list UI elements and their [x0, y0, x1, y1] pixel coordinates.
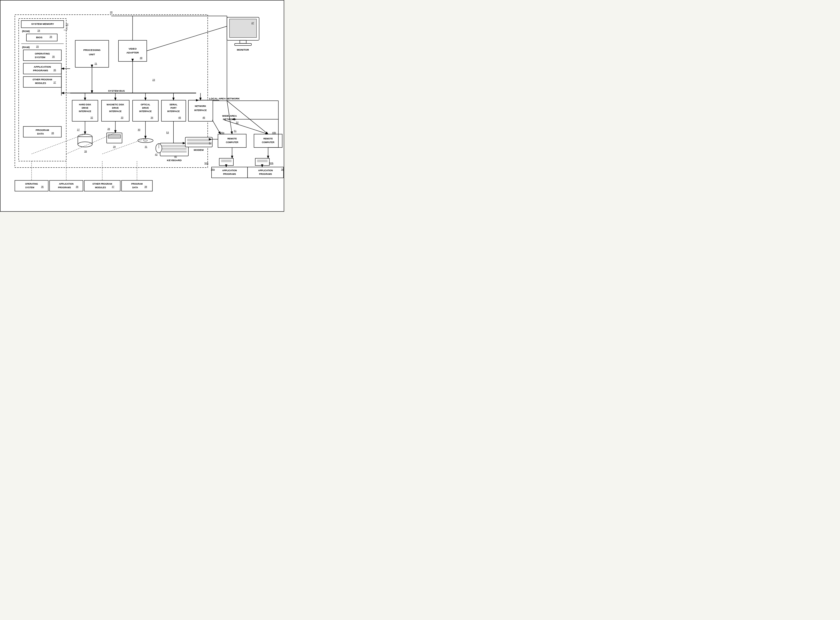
os-box — [23, 50, 61, 61]
md-label1: MAGNETIC DISK — [107, 103, 124, 106]
monitor-base — [235, 44, 252, 45]
rc-b-label1: REMOTE — [264, 137, 273, 140]
keyboard-label: KEYBOARD — [167, 159, 182, 162]
diagram-container: 20 SYSTEM MEMORY (ROM) 24 BIOS 26 (RAM) … — [0, 0, 284, 212]
bus-ref: 23 — [152, 78, 155, 81]
pd-bottom-box — [121, 181, 152, 191]
app-a-ref: 36a — [211, 168, 215, 171]
hd-label2: DRIVE — [81, 107, 88, 109]
pd-label-line1: PROGRAM — [36, 129, 49, 131]
hd-icon-ref: 39 — [84, 150, 87, 153]
pd-bottom-label1: PROGRAM — [131, 182, 143, 185]
opm-label-line1: OTHER PROGRAM — [33, 78, 52, 81]
modem-detail1 — [187, 138, 211, 141]
ap-bottom-label1: APPLICATION — [59, 182, 74, 185]
opm-label-line2: MODULES — [35, 82, 46, 84]
wan-ref: 52 — [236, 121, 238, 124]
ref-20: 20 — [110, 11, 113, 14]
app-b-ref: 36b — [281, 168, 284, 171]
pd-bottom-label2: DATA — [132, 186, 138, 189]
monitor-label: MONITOR — [237, 48, 249, 51]
kb-row1 — [162, 145, 187, 147]
od-ref: 34 — [151, 116, 153, 119]
pd-box — [23, 126, 61, 137]
va-label-line1: VIDEO — [129, 47, 137, 50]
opm-bottom-ref: 37 — [112, 185, 115, 188]
ap-label-line1: APPLICATION — [34, 65, 51, 68]
hd-label1: HARD DISK — [79, 103, 92, 106]
pu-ref: 21 — [95, 62, 97, 65]
ap-bottom-label2: PROGRAMS — [58, 186, 71, 189]
lan-label: LOCAL AREA NETWORK — [209, 97, 240, 100]
ap-label-line2: PROGRAMS — [33, 69, 48, 72]
bios-ref: 26 — [50, 35, 52, 38]
os-ref: 35 — [52, 55, 55, 58]
md-ref2: 28 — [107, 128, 110, 130]
ni-ref: 46 — [202, 116, 205, 119]
md-ref: 33 — [121, 116, 123, 119]
modem-detail2 — [187, 142, 211, 144]
kb-ref: 40 — [174, 155, 177, 158]
od-ref2: 30 — [138, 128, 140, 131]
md-icon-ref: 29 — [113, 145, 116, 148]
rc-a-label1: REMOTE — [228, 137, 237, 140]
app-b-label1: APPLICATION — [258, 169, 273, 172]
pd-ref: 38 — [51, 132, 54, 134]
sp-label2: PORT — [170, 107, 177, 109]
ram-ref: 25 — [36, 45, 39, 48]
system-memory-label: SYSTEM MEMORY — [31, 23, 54, 25]
opm-ref: 37 — [53, 81, 56, 84]
os-label-line2: SYSTEM — [35, 56, 45, 59]
modem-ref: 54 — [209, 142, 212, 144]
ap-ref: 36 — [53, 69, 56, 71]
hd-ref: 32 — [90, 116, 93, 119]
md-icon-detail — [108, 134, 121, 138]
os-label-line1: OPERATING — [35, 52, 50, 55]
rom-ref: 24 — [38, 29, 40, 32]
rca-app-ref: 50a — [204, 162, 208, 164]
rcb-app-ref: 50b — [270, 162, 273, 164]
modem-icon — [185, 137, 212, 147]
modem-label: MODEM — [194, 149, 204, 151]
sp-ref: 46 — [178, 116, 181, 119]
rc-a-ref: 49a — [220, 131, 224, 134]
app-b-label2: PROGRAMS — [259, 173, 272, 175]
od-icon-hole — [143, 140, 148, 141]
kb-row2 — [162, 148, 187, 150]
od-label1: OPTICAL — [140, 103, 150, 106]
opm-bottom-label2: MODULES — [95, 186, 106, 189]
va-ref: 48 — [140, 57, 142, 59]
sp-label3: INTERFACE — [167, 110, 179, 113]
rc-b-label2: COMPUTER — [262, 141, 274, 144]
va-monitor-line — [147, 26, 227, 51]
monitor-ref: 47 — [252, 22, 254, 24]
app-b-box — [247, 167, 284, 178]
os-bottom-label1: OPERATING — [25, 182, 38, 185]
ram-label: (RAM) — [22, 46, 30, 48]
opm-bottom-box — [84, 181, 120, 191]
ni-label2: INTERFACE — [194, 109, 207, 111]
ni-label1: NETWORK — [195, 105, 206, 107]
sp-ref2: 53 — [166, 131, 169, 134]
rom-label: (ROM) — [22, 30, 30, 33]
monitor-stand — [240, 40, 246, 44]
bios-label: BIOS — [36, 36, 43, 39]
pd-label-line2: DATA — [37, 132, 44, 135]
pu-label-line1: PROCESSING — [83, 48, 101, 51]
system-bus-label: SYSTEM BUS — [108, 89, 125, 92]
app-a-box — [212, 167, 247, 178]
app-a-label1: APPLICATION — [222, 169, 237, 172]
sp-label1: SERIAL — [169, 103, 178, 106]
hd-ref2: 27 — [77, 128, 80, 131]
ap-bottom-ref: 36 — [76, 185, 78, 188]
pu-label-line2: UNIT — [89, 53, 95, 56]
pd-bottom-ref: 38 — [145, 185, 147, 188]
opm-bottom-label1: OTHER PROGRAM — [92, 182, 112, 185]
rc-b-ref: 49b — [272, 131, 276, 134]
os-bottom-ref: 35 — [41, 185, 44, 188]
hd-icon-bottom — [78, 142, 92, 147]
od-icon-ref: 31 — [145, 145, 147, 148]
ref-22: 22 — [66, 23, 68, 26]
md-label3: INTERFACE — [109, 110, 122, 113]
hd-label3: INTERFACE — [79, 110, 91, 113]
